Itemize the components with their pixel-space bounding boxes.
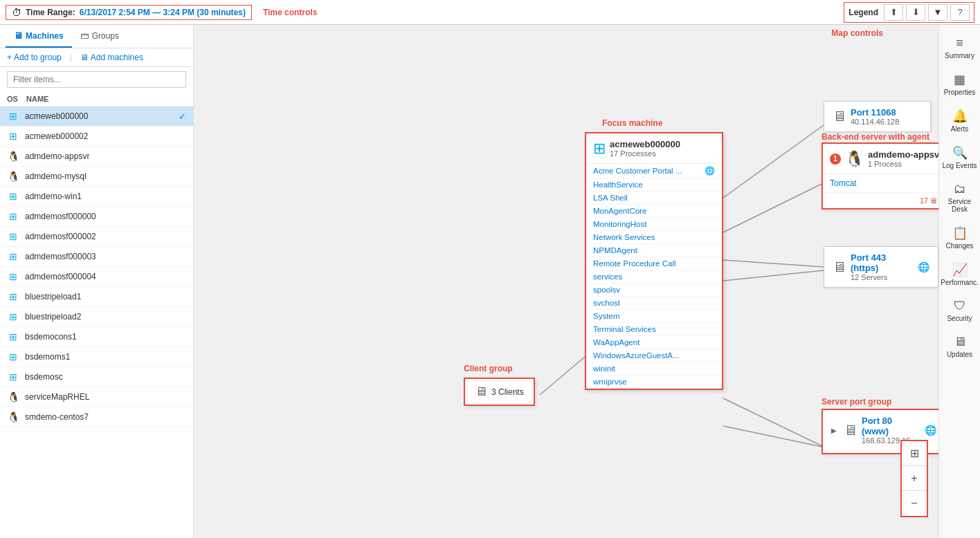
tab-groups[interactable]: 🗃 Groups: [72, 25, 127, 48]
machine-item[interactable]: ⊞acmeweb000002: [0, 127, 193, 147]
tab-groups-label: Groups: [92, 31, 119, 41]
process-item[interactable]: NPMDAgent: [586, 244, 722, 257]
process-item[interactable]: WaAppAgent: [586, 336, 722, 349]
process-row: wmiprvse: [593, 378, 715, 386]
machine-name: admdemosf000000: [25, 212, 186, 221]
machine-item[interactable]: 🐧smdemo-centos7: [0, 407, 193, 427]
machine-item[interactable]: ⊞bsdemosc: [0, 367, 193, 387]
process-item[interactable]: Remote Procedure Call: [586, 257, 722, 270]
windows-logo-icon: ⊞: [593, 140, 606, 158]
machine-item[interactable]: ⊞bsdemocons1: [0, 327, 193, 347]
process-item[interactable]: wininit: [586, 362, 722, 375]
right-panel-btn-properties[interactable]: ▦Properties: [939, 66, 980, 102]
process-item[interactable]: wmiprvse: [586, 375, 722, 389]
process-item[interactable]: HealthService: [586, 178, 722, 192]
process-name: LSA Shell: [593, 194, 628, 202]
focus-machine-processes-count: 17 Processes: [610, 149, 680, 158]
process-item[interactable]: MonitoringHost: [586, 218, 722, 231]
right-panel-btn-alerts[interactable]: 🔔Alerts: [939, 103, 980, 138]
process-item[interactable]: services: [586, 270, 722, 284]
process-item[interactable]: spoolsv: [586, 284, 722, 297]
machine-item[interactable]: ⊞bluestripeload2: [0, 307, 193, 327]
linux-os-icon: 🐧: [7, 170, 19, 183]
machine-item[interactable]: ⊞admdemo-win1: [0, 187, 193, 207]
top-bar: ⏱ Time Range: 6/13/2017 2:54 PM — 3:24 P…: [0, 0, 980, 25]
client-icon: 🖥: [475, 384, 487, 399]
right-btn-icon: 🔍: [952, 145, 968, 160]
process-row: wininit: [593, 364, 715, 373]
machine-name: acmeweb000002: [25, 131, 186, 141]
process-item[interactable]: WindowsAzureGuestA...: [586, 349, 722, 362]
process-item[interactable]: MonAgentCore: [586, 205, 722, 218]
process-row: WaAppAgent: [593, 338, 715, 346]
machines-tab-icon: 🖥: [14, 30, 23, 41]
arrow-icon: ▶: [831, 427, 837, 434]
right-panel-btn-service-desk[interactable]: 🗂Service Desk: [939, 176, 980, 219]
process-name: Acme Customer Portal ...: [593, 167, 682, 175]
main-area: 🖥 Machines 🗃 Groups + Add to group | 🖥 A…: [0, 25, 980, 538]
canvas-zoom-in-btn[interactable]: +: [902, 466, 927, 491]
machine-item[interactable]: 🐧serviceMapRHEL: [0, 387, 193, 407]
windows-os-icon: ⊞: [7, 190, 19, 203]
backend-processes: 1 Process: [868, 160, 938, 168]
client-group-box[interactable]: 🖥 3 Clients: [464, 378, 535, 406]
machine-item[interactable]: ⊞admdemosf000000: [0, 207, 193, 227]
time-range-container: ⏱ Time Range: 6/13/2017 2:54 PM — 3:24 P…: [6, 5, 252, 20]
canvas-zoom-out-btn[interactable]: −: [902, 491, 927, 516]
right-panel-btn-security[interactable]: 🛡Security: [939, 293, 980, 328]
add-machines-link[interactable]: 🖥 Add machines: [80, 53, 143, 62]
legend-down-btn[interactable]: ⬇: [906, 4, 925, 21]
machine-item[interactable]: 🐧admdemo-mysql: [0, 167, 193, 187]
right-panel-btn-performanc-[interactable]: 📈Performanc.: [939, 257, 980, 292]
machine-item[interactable]: ⊞admdemosf000004: [0, 267, 193, 287]
process-item[interactable]: Network Services: [586, 231, 722, 244]
process-item[interactable]: Acme Customer Portal ...🌐: [586, 164, 722, 178]
time-controls-label[interactable]: Time controls: [263, 8, 317, 17]
panel-actions: + Add to group | 🖥 Add machines: [0, 48, 193, 67]
machine-name: smdemo-centos7: [25, 412, 186, 422]
backend-server-box[interactable]: 1 🐧 admdemo-appsvr 1 Process Tomcat 🌐 17…: [822, 142, 938, 210]
right-btn-icon: ≡: [956, 36, 963, 50]
tomcat-service-row[interactable]: Tomcat 🌐: [823, 174, 938, 193]
canvas-grid-btn[interactable]: ⊞: [902, 441, 927, 466]
focus-machine-box[interactable]: ⊞ acmeweb000000 17 Processes Acme Custom…: [585, 132, 723, 390]
tab-machines[interactable]: 🖥 Machines: [6, 25, 72, 48]
machine-item[interactable]: ⊞admdemosf000002: [0, 227, 193, 247]
right-panel-btn-changes[interactable]: 📋Changes: [939, 220, 980, 255]
right-btn-icon: ▦: [954, 72, 965, 87]
process-name: WindowsAzureGuestA...: [593, 351, 680, 360]
tab-machines-label: Machines: [26, 31, 64, 41]
process-row: Remote Procedure Call: [593, 259, 715, 268]
process-row: System: [593, 312, 715, 320]
legend-help-btn[interactable]: ?: [950, 4, 970, 21]
process-item[interactable]: Terminal Services: [586, 323, 722, 336]
right-panel-btn-log-events[interactable]: 🔍Log Events: [939, 140, 980, 175]
legend-filter-btn[interactable]: ▼: [928, 4, 947, 21]
top-bar-left: ⏱ Time Range: 6/13/2017 2:54 PM — 3:24 P…: [6, 5, 317, 20]
add-machines-label: Add machines: [91, 53, 143, 62]
process-row: HealthService: [593, 180, 715, 189]
machine-item[interactable]: ⊞admdemosf000003: [0, 247, 193, 267]
machine-name: admdemosf000004: [25, 272, 186, 281]
right-btn-label: Summary: [945, 52, 974, 59]
add-to-group-link[interactable]: + Add to group: [7, 53, 62, 62]
machine-item[interactable]: ⊞acmeweb000000✓: [0, 106, 193, 127]
machine-item[interactable]: ⊞bsdemoms1: [0, 347, 193, 367]
process-item[interactable]: svchost: [586, 297, 722, 310]
process-name: services: [593, 272, 622, 281]
windows-os-icon: ⊞: [7, 250, 19, 263]
right-panel-btn-updates[interactable]: 🖥Updates: [939, 329, 980, 364]
process-item[interactable]: LSA Shell: [586, 192, 722, 205]
right-panel-btn-summary[interactable]: ≡Summary: [939, 30, 980, 65]
machine-item[interactable]: 🐧admdemo-appsvr: [0, 147, 193, 167]
machine-item[interactable]: ⊞bluestripeload1: [0, 287, 193, 307]
legend-up-btn[interactable]: ⬆: [884, 4, 903, 21]
filter-input[interactable]: [7, 71, 186, 88]
port-box-443[interactable]: 🖥 Port 443 (https) 12 Servers 🌐: [824, 246, 938, 288]
port-box-11068[interactable]: 🖥 Port 11068 40.114.46.128: [824, 101, 931, 132]
svg-line-6: [723, 398, 824, 447]
process-item[interactable]: System: [586, 310, 722, 323]
machine-name: serviceMapRHEL: [25, 392, 186, 402]
client-group-content: 🖥 3 Clients: [475, 384, 524, 399]
right-btn-label: Alerts: [951, 125, 969, 133]
